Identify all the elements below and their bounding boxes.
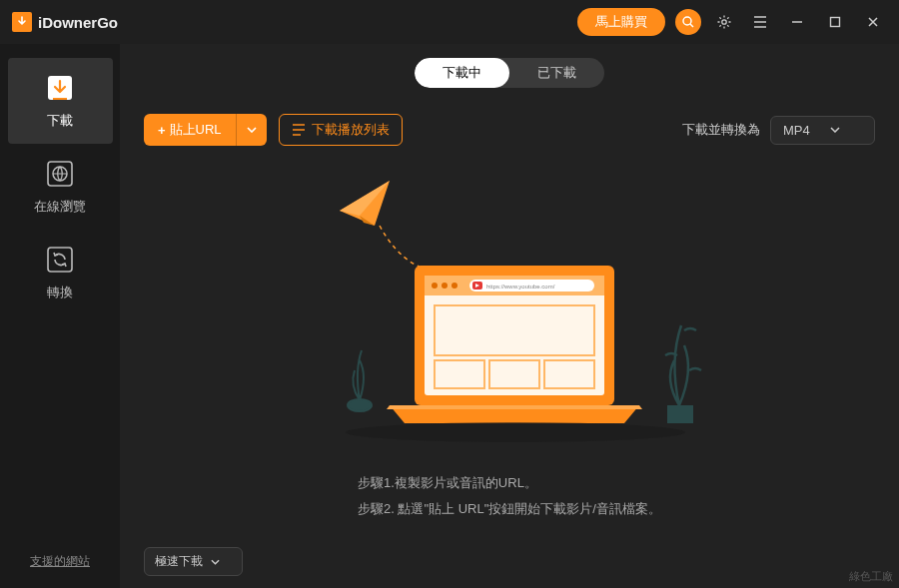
hero-illustration: https://www.youtube.com/ <box>260 171 759 460</box>
download-playlist-button[interactable]: 下載播放列表 <box>279 114 403 146</box>
globe-icon <box>44 158 76 190</box>
sidebar-item-label: 轉換 <box>47 284 73 301</box>
convert-icon <box>44 244 76 276</box>
svg-rect-7 <box>48 248 72 272</box>
step2-text: 步驟2. 點選"貼上 URL"按鈕開始下載影片/音訊檔案。 <box>358 496 661 522</box>
gear-icon[interactable] <box>711 9 737 35</box>
search-icon[interactable] <box>675 9 701 35</box>
svg-rect-9 <box>667 405 693 423</box>
tabs: 下載中 已下載 <box>415 58 604 88</box>
sidebar-item-download[interactable]: 下載 <box>8 58 113 144</box>
supported-sites-link[interactable]: 支援的網站 <box>30 553 90 570</box>
paste-url-group: + 貼上URL <box>144 114 267 146</box>
watermark: 綠色工廠 <box>849 569 893 584</box>
svg-rect-2 <box>831 18 840 27</box>
svg-point-15 <box>451 283 457 289</box>
maximize-button[interactable] <box>821 8 849 36</box>
sidebar-item-label: 下載 <box>47 112 73 130</box>
sidebar-item-label: 在線瀏覽 <box>34 198 86 216</box>
format-select[interactable]: MP4 <box>770 116 875 145</box>
playlist-label: 下載播放列表 <box>312 121 390 139</box>
step1-text: 步驟1.複製影片或音訊的URL。 <box>358 470 661 496</box>
main: 下載 在線瀏覽 轉換 支援的網站 下載中 已下載 + <box>0 44 899 588</box>
illustration-area: https://www.youtube.com/ 步驟1.複製影片或音訊的URL… <box>144 146 875 547</box>
svg-point-13 <box>432 283 438 289</box>
app-name: iDownerGo <box>38 14 118 31</box>
paste-label: 貼上URL <box>170 121 222 139</box>
paste-url-dropdown[interactable] <box>236 114 267 146</box>
close-button[interactable] <box>859 8 887 36</box>
toolbar: + 貼上URL 下載播放列表 下載並轉換為 MP4 <box>144 114 875 146</box>
titlebar-right: 馬上購買 <box>577 8 887 36</box>
chevron-down-icon <box>830 127 840 133</box>
logo-icon <box>12 12 32 32</box>
svg-rect-4 <box>53 98 67 100</box>
content: 下載中 已下載 + 貼上URL 下載播放列表 下載並轉換為 <box>120 44 899 588</box>
svg-point-23 <box>346 422 685 442</box>
format-group: 下載並轉換為 MP4 <box>682 116 875 145</box>
svg-point-0 <box>683 17 691 25</box>
svg-point-8 <box>348 399 372 411</box>
sidebar-item-browse[interactable]: 在線瀏覽 <box>8 144 113 230</box>
speed-value: 極速下載 <box>155 553 203 570</box>
tab-downloaded[interactable]: 已下載 <box>509 58 604 88</box>
format-value: MP4 <box>783 123 810 138</box>
instructions: 步驟1.複製影片或音訊的URL。 步驟2. 點選"貼上 URL"按鈕開始下載影片… <box>358 470 661 522</box>
tabs-row: 下載中 已下載 <box>144 58 875 88</box>
tab-downloading[interactable]: 下載中 <box>415 58 509 88</box>
plus-icon: + <box>158 123 166 138</box>
minimize-button[interactable] <box>783 8 811 36</box>
format-label: 下載並轉換為 <box>682 121 760 139</box>
sidebar: 下載 在線瀏覽 轉換 支援的網站 <box>0 44 120 588</box>
chevron-down-icon <box>247 127 257 133</box>
speed-select[interactable]: 極速下載 <box>144 547 243 576</box>
bottom-row: 極速下載 <box>144 547 875 576</box>
menu-icon[interactable] <box>747 9 773 35</box>
chevron-down-icon <box>211 559 220 565</box>
svg-point-14 <box>442 283 448 289</box>
titlebar: iDownerGo 馬上購買 <box>0 0 899 44</box>
paste-url-button[interactable]: + 貼上URL <box>144 114 236 146</box>
svg-text:https://www.youtube.com/: https://www.youtube.com/ <box>486 284 555 290</box>
svg-point-1 <box>722 20 726 24</box>
buy-button[interactable]: 馬上購買 <box>577 8 665 36</box>
list-icon <box>292 124 306 136</box>
app-logo: iDownerGo <box>12 12 118 32</box>
sidebar-item-convert[interactable]: 轉換 <box>8 230 113 315</box>
download-icon <box>44 72 76 104</box>
